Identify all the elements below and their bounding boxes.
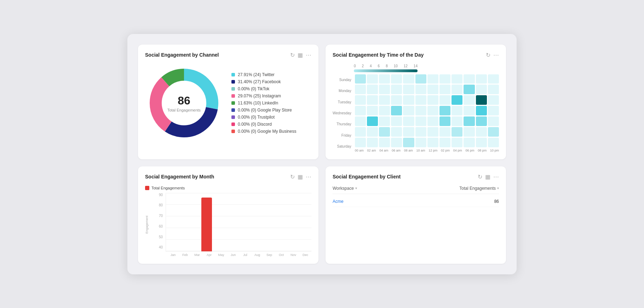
heatmap-days: SundayMondayTuesdayWednesdayThursdayFrid… <box>333 74 353 152</box>
legend-dot <box>231 73 235 76</box>
time-label: 04 pm <box>453 149 462 152</box>
legend-text: 27.91% (24) Twitter <box>238 72 275 77</box>
channel-legend: 27.91% (24) Twitter31.40% (27) Facebook0… <box>231 72 296 134</box>
time-label: 08 pm <box>478 149 487 152</box>
heatmap-day-label: Saturday <box>333 144 351 148</box>
workspace-chevron: ▾ <box>355 186 357 190</box>
donut-center: 86 Total Engagements <box>167 94 201 112</box>
legend-item: 11.63% (10) LinkedIn <box>231 101 296 105</box>
time-label: 00 am <box>355 149 364 152</box>
donut-label: Total Engagements <box>167 108 201 112</box>
grid-line <box>166 204 311 205</box>
scale-label: 12 <box>404 64 408 68</box>
time-label: 06 pm <box>465 149 474 152</box>
legend-text: 0.00% (0) TikTok <box>238 86 269 91</box>
engagements-header[interactable]: Total Engagements ▾ <box>459 186 499 191</box>
heatmap-day-label: Friday <box>333 133 351 137</box>
heatmap-cell <box>415 85 426 94</box>
heatmap-cell <box>391 95 402 105</box>
time-more-icon[interactable]: ⋯ <box>493 52 499 58</box>
channel-card-actions: ↻ ▦ ⋯ <box>290 52 311 58</box>
time-card-title: Social Engagement by Time of the Day <box>333 52 424 58</box>
client-card-title: Social Engagement by Client <box>333 174 401 179</box>
heatmap-cell <box>488 116 499 126</box>
heatmap-day-label: Sunday <box>333 78 351 82</box>
bar-labels-x: JanFebMarAprMayJunJulAugSepOctNovDec <box>166 253 311 257</box>
heatmap-cell <box>415 74 426 84</box>
heatmap-cell <box>379 95 390 105</box>
bar-x-label: Oct <box>275 253 287 257</box>
time-refresh-icon[interactable]: ↻ <box>486 52 490 58</box>
heatmap-cell <box>476 127 487 137</box>
grid-line <box>166 239 311 240</box>
heatmap-cell <box>391 106 402 115</box>
heatmap-cell <box>427 106 438 115</box>
heatmap-cell <box>439 74 450 84</box>
heatmap-cell <box>464 106 475 115</box>
client-chart-icon[interactable]: ▦ <box>485 173 490 180</box>
heatmap-cell <box>488 106 499 115</box>
heatmap-cell <box>464 85 475 94</box>
heatmap-cell <box>452 95 462 105</box>
heatmap-cell <box>427 127 438 137</box>
heatmap-cell <box>367 85 378 94</box>
month-card-header: Social Engagement by Month ↻ ▦ ⋯ <box>145 173 311 180</box>
scale-label: 10 <box>394 64 398 68</box>
channel-card: Social Engagement by Channel ↻ ▦ ⋯ <box>138 45 318 159</box>
heatmap-cell <box>452 74 462 84</box>
grid-line <box>166 216 311 216</box>
scale-label: 2 <box>362 64 364 68</box>
legend-dot <box>231 122 235 126</box>
time-label: 10 am <box>416 149 425 152</box>
heatmap-cell <box>379 85 390 94</box>
channel-card-header: Social Engagement by Channel ↻ ▦ ⋯ <box>145 52 311 58</box>
heatmap-cell <box>367 127 378 137</box>
heatmap-cell <box>464 74 475 84</box>
time-label: 02 pm <box>441 149 450 152</box>
legend-text: 0.00% (0) Trustpilot <box>238 115 275 120</box>
client-more-icon[interactable]: ⋯ <box>493 173 499 180</box>
heatmap-cell <box>476 74 487 84</box>
month-chart-icon[interactable]: ▦ <box>298 173 303 180</box>
channel-more-icon[interactable]: ⋯ <box>306 52 311 58</box>
heatmap-cell <box>427 116 438 126</box>
heatmap-cell <box>452 138 462 147</box>
grid-line <box>166 193 311 193</box>
bar-x-label: Dec <box>299 253 311 257</box>
heatmap-day-label: Thursday <box>333 122 351 126</box>
client-table-body: Acme86 <box>333 196 499 207</box>
heatmap-cell <box>476 138 487 147</box>
bar-x-label: Jan <box>167 253 179 257</box>
y-axis-value: 70 <box>153 214 163 218</box>
heatmap-cell <box>355 138 366 147</box>
scale-label: 0 <box>354 64 356 68</box>
heatmap-cell <box>415 138 426 147</box>
month-legend-color <box>145 186 149 190</box>
heatmap-cell <box>439 116 450 126</box>
bar-x-label: May <box>215 253 227 257</box>
table-row: Acme86 <box>333 196 499 207</box>
heatmap-cell <box>391 138 402 147</box>
heatmap-cell <box>367 95 378 105</box>
heatmap-row <box>355 138 499 147</box>
heatmap-cell <box>355 116 366 126</box>
client-name[interactable]: Acme <box>333 199 344 204</box>
heatmap-cell <box>427 138 438 147</box>
heatmap-cell <box>403 106 414 115</box>
month-more-icon[interactable]: ⋯ <box>306 173 311 180</box>
client-refresh-icon[interactable]: ↻ <box>478 173 482 180</box>
heatmap-cell <box>488 85 499 94</box>
bar-x-label: Jul <box>239 253 251 257</box>
heatmap-day-label: Monday <box>333 89 351 93</box>
heatmap-day-label: Wednesday <box>333 111 351 115</box>
channel-chart-icon[interactable]: ▦ <box>298 52 303 58</box>
legend-dot <box>231 94 235 98</box>
heatmap-scale-labels: 02468101214 <box>354 64 418 68</box>
month-refresh-icon[interactable]: ↻ <box>290 173 295 180</box>
client-card: Social Engagement by Client ↻ ▦ ⋯ Worksp… <box>326 166 506 264</box>
heatmap-cell <box>355 85 366 94</box>
channel-refresh-icon[interactable]: ↻ <box>290 52 295 58</box>
workspace-header[interactable]: Workspace ▾ <box>333 186 357 191</box>
grid-line <box>166 228 311 228</box>
heatmap-row <box>355 106 499 115</box>
